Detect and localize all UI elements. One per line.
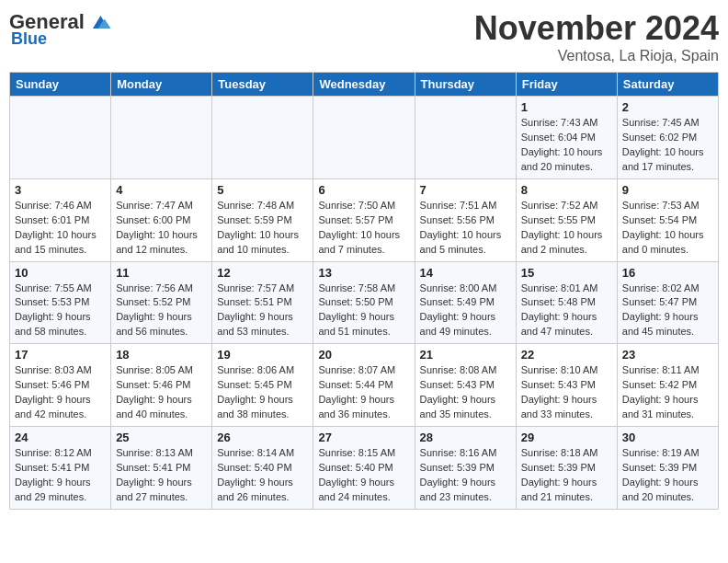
calendar-cell: 6Sunrise: 7:50 AMSunset: 5:57 PMDaylight…	[313, 178, 415, 261]
day-info: Sunrise: 8:19 AMSunset: 5:39 PMDaylight:…	[622, 446, 713, 505]
calendar-cell: 1Sunrise: 7:43 AMSunset: 6:04 PMDaylight…	[516, 97, 617, 179]
day-info: Sunrise: 7:56 AMSunset: 5:52 PMDaylight:…	[116, 282, 207, 340]
day-number: 17	[15, 348, 106, 362]
calendar-day-header: Tuesday	[212, 73, 313, 97]
calendar-cell: 28Sunrise: 8:16 AMSunset: 5:39 PMDayligh…	[415, 427, 516, 510]
calendar-cell: 22Sunrise: 8:10 AMSunset: 5:43 PMDayligh…	[516, 344, 617, 427]
day-info: Sunrise: 7:53 AMSunset: 5:54 PMDaylight:…	[622, 199, 713, 258]
day-number: 14	[420, 266, 511, 280]
day-number: 26	[217, 431, 308, 444]
day-number: 20	[318, 348, 409, 362]
calendar-cell: 13Sunrise: 7:58 AMSunset: 5:50 PMDayligh…	[313, 261, 415, 344]
calendar-cell: 5Sunrise: 7:48 AMSunset: 5:59 PMDaylight…	[212, 178, 313, 261]
calendar-week-row: 17Sunrise: 8:03 AMSunset: 5:46 PMDayligh…	[10, 344, 719, 427]
calendar-table: SundayMondayTuesdayWednesdayThursdayFrid…	[9, 72, 719, 510]
calendar-day-header: Monday	[111, 73, 212, 97]
day-info: Sunrise: 8:13 AMSunset: 5:41 PMDaylight:…	[116, 446, 207, 505]
calendar-cell: 12Sunrise: 7:57 AMSunset: 5:51 PMDayligh…	[212, 261, 313, 344]
calendar-cell: 26Sunrise: 8:14 AMSunset: 5:40 PMDayligh…	[212, 427, 313, 510]
day-info: Sunrise: 7:50 AMSunset: 5:57 PMDaylight:…	[318, 199, 409, 258]
day-number: 19	[217, 348, 308, 362]
calendar-cell: 27Sunrise: 8:15 AMSunset: 5:40 PMDayligh…	[313, 427, 415, 510]
day-info: Sunrise: 7:45 AMSunset: 6:02 PMDaylight:…	[622, 116, 713, 175]
calendar-cell: 14Sunrise: 8:00 AMSunset: 5:49 PMDayligh…	[415, 261, 516, 344]
day-info: Sunrise: 8:12 AMSunset: 5:41 PMDaylight:…	[15, 446, 106, 505]
calendar-cell: 15Sunrise: 8:01 AMSunset: 5:48 PMDayligh…	[516, 261, 617, 344]
calendar-cell: 2Sunrise: 7:45 AMSunset: 6:02 PMDaylight…	[617, 97, 718, 179]
day-info: Sunrise: 8:14 AMSunset: 5:40 PMDaylight:…	[217, 446, 308, 505]
day-number: 18	[116, 348, 207, 362]
calendar-cell: 3Sunrise: 7:46 AMSunset: 6:01 PMDaylight…	[10, 178, 111, 261]
day-info: Sunrise: 8:10 AMSunset: 5:43 PMDaylight:…	[521, 363, 612, 422]
day-number: 21	[420, 348, 511, 362]
day-info: Sunrise: 7:48 AMSunset: 5:59 PMDaylight:…	[217, 199, 308, 258]
calendar-cell: 29Sunrise: 8:18 AMSunset: 5:39 PMDayligh…	[516, 427, 617, 510]
day-info: Sunrise: 8:02 AMSunset: 5:47 PMDaylight:…	[622, 282, 713, 340]
day-info: Sunrise: 8:08 AMSunset: 5:43 PMDaylight:…	[420, 363, 511, 422]
logo: General Blue	[9, 9, 112, 49]
calendar-cell: 8Sunrise: 7:52 AMSunset: 5:55 PMDaylight…	[516, 178, 617, 261]
page-header: General Blue November 2024 Ventosa, La R…	[9, 9, 719, 64]
calendar-cell: 10Sunrise: 7:55 AMSunset: 5:53 PMDayligh…	[10, 261, 111, 344]
calendar-day-header: Friday	[516, 73, 617, 97]
title-area: November 2024 Ventosa, La Rioja, Spain	[474, 9, 719, 64]
day-number: 12	[217, 266, 308, 280]
day-number: 27	[318, 431, 409, 444]
day-number: 4	[116, 183, 207, 197]
day-info: Sunrise: 7:47 AMSunset: 6:00 PMDaylight:…	[116, 199, 207, 258]
day-number: 8	[521, 183, 612, 197]
day-number: 10	[15, 266, 106, 280]
calendar-week-row: 24Sunrise: 8:12 AMSunset: 5:41 PMDayligh…	[10, 427, 719, 510]
day-info: Sunrise: 8:01 AMSunset: 5:48 PMDaylight:…	[521, 282, 612, 340]
day-number: 3	[15, 183, 106, 197]
calendar-cell: 23Sunrise: 8:11 AMSunset: 5:42 PMDayligh…	[617, 344, 718, 427]
day-number: 2	[622, 100, 713, 114]
day-number: 28	[420, 431, 511, 444]
day-info: Sunrise: 8:16 AMSunset: 5:39 PMDaylight:…	[420, 446, 511, 505]
calendar-week-row: 1Sunrise: 7:43 AMSunset: 6:04 PMDaylight…	[10, 97, 719, 179]
calendar-cell: 17Sunrise: 8:03 AMSunset: 5:46 PMDayligh…	[10, 344, 111, 427]
day-number: 13	[318, 266, 409, 280]
day-number: 25	[116, 431, 207, 444]
day-number: 22	[521, 348, 612, 362]
day-info: Sunrise: 8:06 AMSunset: 5:45 PMDaylight:…	[217, 363, 308, 422]
day-info: Sunrise: 7:51 AMSunset: 5:56 PMDaylight:…	[420, 199, 511, 258]
calendar-cell	[313, 97, 415, 179]
calendar-cell	[415, 97, 516, 179]
calendar-day-header: Thursday	[415, 73, 516, 97]
day-info: Sunrise: 7:46 AMSunset: 6:01 PMDaylight:…	[15, 199, 106, 258]
day-info: Sunrise: 8:05 AMSunset: 5:46 PMDaylight:…	[116, 363, 207, 422]
day-number: 29	[521, 431, 612, 444]
day-number: 7	[420, 183, 511, 197]
calendar-cell: 20Sunrise: 8:07 AMSunset: 5:44 PMDayligh…	[313, 344, 415, 427]
calendar-cell: 4Sunrise: 7:47 AMSunset: 6:00 PMDaylight…	[111, 178, 212, 261]
day-info: Sunrise: 7:52 AMSunset: 5:55 PMDaylight:…	[521, 199, 612, 258]
calendar-cell: 16Sunrise: 8:02 AMSunset: 5:47 PMDayligh…	[617, 261, 718, 344]
calendar-cell	[10, 97, 111, 179]
day-info: Sunrise: 8:07 AMSunset: 5:44 PMDaylight:…	[318, 363, 409, 422]
day-info: Sunrise: 8:00 AMSunset: 5:49 PMDaylight:…	[420, 282, 511, 340]
calendar-week-row: 10Sunrise: 7:55 AMSunset: 5:53 PMDayligh…	[10, 261, 719, 344]
day-number: 24	[15, 431, 106, 444]
logo-icon	[86, 9, 112, 35]
calendar-cell: 24Sunrise: 8:12 AMSunset: 5:41 PMDayligh…	[10, 427, 111, 510]
calendar-cell: 21Sunrise: 8:08 AMSunset: 5:43 PMDayligh…	[415, 344, 516, 427]
day-info: Sunrise: 8:03 AMSunset: 5:46 PMDaylight:…	[15, 363, 106, 422]
day-info: Sunrise: 8:15 AMSunset: 5:40 PMDaylight:…	[318, 446, 409, 505]
day-number: 11	[116, 266, 207, 280]
logo-blue-text: Blue	[11, 29, 47, 49]
day-number: 15	[521, 266, 612, 280]
calendar-day-header: Wednesday	[313, 73, 415, 97]
day-info: Sunrise: 8:18 AMSunset: 5:39 PMDaylight:…	[521, 446, 612, 505]
day-number: 30	[622, 431, 713, 444]
day-number: 23	[622, 348, 713, 362]
day-info: Sunrise: 7:43 AMSunset: 6:04 PMDaylight:…	[521, 116, 612, 175]
calendar-day-header: Saturday	[617, 73, 718, 97]
calendar-cell: 7Sunrise: 7:51 AMSunset: 5:56 PMDaylight…	[415, 178, 516, 261]
calendar-cell	[212, 97, 313, 179]
day-info: Sunrise: 7:57 AMSunset: 5:51 PMDaylight:…	[217, 282, 308, 340]
calendar-cell: 30Sunrise: 8:19 AMSunset: 5:39 PMDayligh…	[617, 427, 718, 510]
day-info: Sunrise: 8:11 AMSunset: 5:42 PMDaylight:…	[622, 363, 713, 422]
calendar-cell: 19Sunrise: 8:06 AMSunset: 5:45 PMDayligh…	[212, 344, 313, 427]
calendar-cell: 25Sunrise: 8:13 AMSunset: 5:41 PMDayligh…	[111, 427, 212, 510]
